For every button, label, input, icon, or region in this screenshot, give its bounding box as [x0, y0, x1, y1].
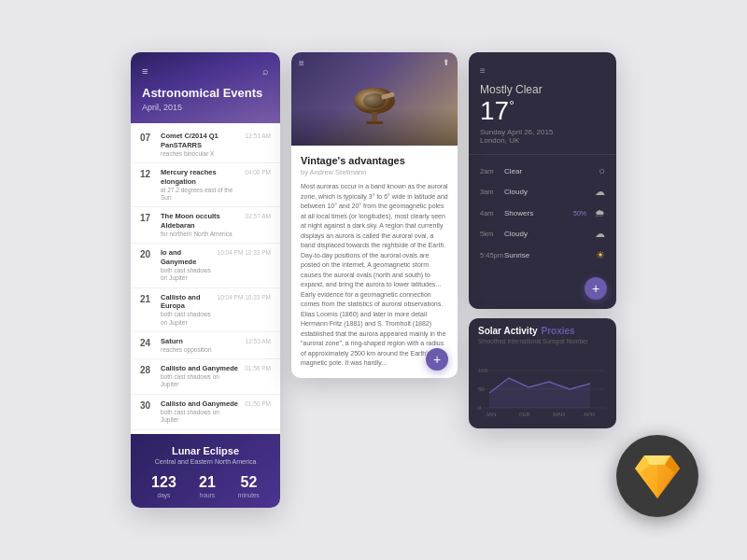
event-name: Comet C/2014 Q1 PanSTARRS: [161, 132, 240, 150]
event-row: 21 Callisto and Europa both cast shadows…: [131, 288, 280, 332]
weather-fab-button[interactable]: +: [585, 277, 607, 300]
menu-icon[interactable]: ≡: [142, 65, 148, 77]
event-info: Saturn reaches opposition: [161, 337, 240, 354]
weather-label: Clear: [504, 167, 590, 175]
weather-time: 5:45pm: [480, 251, 504, 259]
event-time: 02:57 AM: [246, 212, 271, 219]
weather-label: Sunrise: [504, 251, 590, 259]
svg-text:JAN: JAN: [486, 412, 496, 417]
svg-text:FEB: FEB: [519, 412, 530, 417]
article-body: Most auroras occur in a band known as th…: [301, 182, 448, 369]
weather-time: 4am: [480, 209, 504, 217]
event-row: 07 Comet C/2014 Q1 PanSTARRS reaches bin…: [131, 127, 280, 163]
weather-pct: 50%: [573, 210, 586, 217]
event-time: 10:04 PM 10:33 PM: [218, 293, 271, 301]
weather-condition: Mostly Clear: [480, 83, 605, 96]
solar-proxy: Proxies: [542, 326, 575, 336]
weather-condition-icon: 🌧: [590, 207, 605, 218]
solar-panel: Solar Activity Proxies Smoothed Internat…: [469, 318, 616, 428]
event-name: Saturn: [161, 337, 240, 346]
weather-time: 3am: [480, 188, 504, 196]
svg-marker-11: [489, 378, 590, 408]
lunar-num: 123: [151, 474, 176, 491]
event-name: Io and Ganymede: [161, 248, 212, 267]
lunar-stats: 123days21hours52minutes: [140, 474, 271, 498]
astro-subtitle: April, 2015: [142, 103, 269, 112]
weather-time: 2am: [480, 167, 504, 175]
weather-hourly-row: 5km Cloudy ☁: [469, 223, 616, 245]
svg-rect-3: [366, 121, 383, 124]
weather-condition-icon: ☁: [590, 186, 605, 198]
svg-text:MAR: MAR: [553, 412, 566, 417]
weather-temp: 17°: [480, 98, 605, 124]
weather-hourly-row: 4am Showers 50% 🌧: [469, 203, 616, 223]
event-name: Callisto and Ganymede: [161, 399, 239, 409]
astronomical-panel: ≡ ⌕ Astronomical Events April, 2015 07 C…: [131, 52, 280, 507]
event-desc: both cast shadows on Jupiter: [161, 373, 239, 389]
lunar-sub: Central and Eastern North America: [140, 458, 271, 465]
weather-time: 5km: [480, 230, 504, 238]
event-info: The Moon occults Aldebaran for northern …: [161, 212, 240, 238]
weather-menu-icon[interactable]: ≡: [480, 65, 486, 76]
solar-subtitle: Smoothed International Sunspot Number: [478, 338, 607, 344]
weather-fab-area: +: [469, 272, 616, 309]
weather-panel: ≡ Mostly Clear 17° Sunday April 26, 2015…: [469, 52, 616, 309]
event-name: Callisto and Europa: [161, 293, 212, 312]
event-desc: reaches opposition: [161, 346, 240, 354]
event-desc: reaches binocular X: [161, 150, 240, 158]
event-info: Comet C/2014 Q1 PanSTARRS reaches binocu…: [161, 132, 240, 158]
event-time: 01:50 PM: [245, 399, 271, 407]
event-desc: for northern North America: [161, 231, 240, 238]
article-title: Vintage's advantages: [301, 155, 448, 166]
lunar-label: hours: [199, 492, 216, 498]
solar-title: Solar Activity: [478, 326, 538, 336]
event-desc: both cast shadows on Jupiter: [161, 409, 239, 425]
article-menu-icon[interactable]: ≡: [299, 58, 304, 68]
lunar-stat: 52minutes: [238, 474, 260, 498]
event-day: 21: [140, 293, 155, 304]
right-column: ≡ Mostly Clear 17° Sunday April 26, 2015…: [469, 52, 616, 428]
weather-label: Showers: [504, 209, 573, 217]
lunar-stat: 21hours: [199, 474, 216, 498]
event-name: Callisto and Ganymede: [161, 364, 239, 373]
lunar-num: 21: [199, 474, 216, 491]
lunar-title: Lunar Eclipse: [140, 445, 271, 456]
event-day: 17: [140, 212, 155, 223]
weather-date: Sunday April 26, 2015: [480, 128, 605, 136]
event-row: 28 Callisto and Ganymede both cast shado…: [131, 359, 280, 395]
event-name: Mercury reaches elongation: [161, 168, 239, 187]
svg-text:APR: APR: [584, 412, 596, 417]
event-time: 01:56 PM: [245, 364, 271, 371]
sketch-icon-container: [616, 435, 698, 517]
event-info: Callisto and Ganymede both cast shadows …: [161, 364, 239, 389]
event-time: 12:53 AM: [246, 132, 271, 139]
weather-rows: 2am Clear ○ 3am Cloudy ☁ 4am Showers 50%…: [469, 155, 616, 272]
event-row: 30 Callisto and Ganymede both cast shado…: [131, 395, 280, 430]
event-desc: at 27.2 degrees east of the Sun: [161, 187, 239, 203]
lunar-num: 52: [238, 474, 260, 491]
event-day: 28: [140, 364, 155, 375]
solar-chart: 0 50 100 JAN FEB MAR APR: [469, 348, 616, 428]
event-row: 24 Saturn reaches opposition 12:53 AM: [131, 332, 280, 359]
event-time: 10:04 PM 10:33 PM: [218, 248, 271, 256]
lunar-label: days: [151, 492, 176, 498]
article-share-icon[interactable]: ⬆: [443, 58, 450, 68]
article-fab-button[interactable]: +: [426, 348, 448, 371]
event-time: 12:53 AM: [246, 337, 271, 344]
weather-header: ≡ Mostly Clear 17° Sunday April 26, 2015…: [469, 52, 616, 155]
lunar-label: minutes: [238, 492, 260, 498]
solar-header: Solar Activity Proxies Smoothed Internat…: [469, 318, 616, 348]
search-icon[interactable]: ⌕: [262, 65, 269, 77]
weather-label: Cloudy: [504, 188, 590, 196]
event-name: The Moon occults Aldebaran: [161, 212, 240, 231]
weather-condition-icon: ☀: [590, 249, 605, 261]
lunar-stat: 123days: [151, 474, 176, 498]
weather-label: Cloudy: [504, 230, 590, 238]
astro-header: ≡ ⌕ Astronomical Events April, 2015: [131, 52, 280, 123]
sketch-diamond-icon: [631, 452, 684, 500]
event-info: Io and Ganymede both cast shadows on Jup…: [161, 248, 212, 282]
weather-hourly-row: 5:45pm Sunrise ☀: [469, 245, 616, 266]
astro-events-list: 07 Comet C/2014 Q1 PanSTARRS reaches bin…: [131, 123, 280, 433]
weather-hourly-row: 3am Cloudy ☁: [469, 181, 616, 203]
event-day: 30: [140, 399, 155, 411]
